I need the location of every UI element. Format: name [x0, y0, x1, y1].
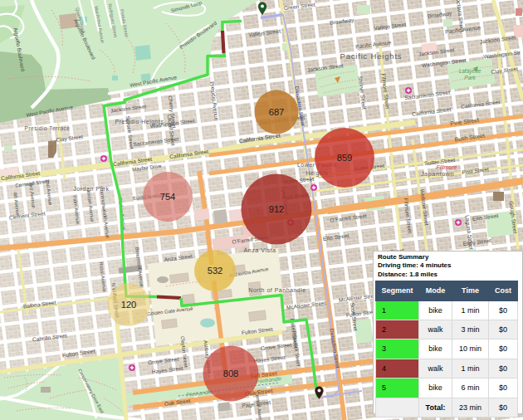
- svg-text:Lafayette: Lafayette: [459, 68, 481, 75]
- svg-text:Presidio Heights: Presidio Heights: [115, 119, 164, 125]
- svg-text:Anza Vista: Anza Vista: [243, 247, 276, 254]
- svg-text:120: 120: [121, 300, 137, 310]
- svg-text:Japantown: Japantown: [421, 170, 454, 178]
- svg-text:912: 912: [269, 204, 285, 214]
- svg-text:687: 687: [269, 107, 285, 117]
- svg-text:North of Panhandle: North of Panhandle: [248, 287, 305, 293]
- svg-text:754: 754: [160, 192, 176, 202]
- svg-text:Fillmore: Fillmore: [437, 164, 457, 170]
- svg-text:859: 859: [337, 153, 353, 163]
- svg-text:532: 532: [208, 266, 223, 276]
- svg-text:Park: Park: [464, 75, 476, 81]
- svg-text:Pacific Heights: Pacific Heights: [340, 51, 403, 61]
- svg-text:808: 808: [223, 369, 239, 378]
- svg-text:Jordan Park: Jordan Park: [73, 186, 109, 192]
- svg-text:Presidio Terrace: Presidio Terrace: [25, 125, 71, 131]
